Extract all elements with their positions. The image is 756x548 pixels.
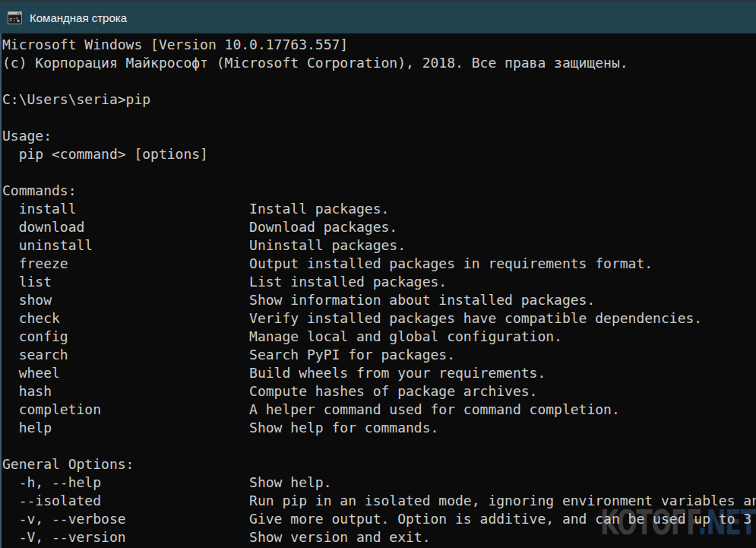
terminal-blank-line <box>2 163 756 182</box>
terminal-line-command-install: install Install packages. <box>2 200 756 218</box>
terminal-line-command-hash: hash Compute hashes of package archives. <box>2 382 756 401</box>
terminal-line-prompt-line: C:\Users\seria>pip <box>2 90 756 109</box>
terminal-line-command-help: help Show help for commands. <box>2 419 756 437</box>
terminal-line-command-check: check Verify installed packages have com… <box>2 309 756 328</box>
terminal-line-command-freeze: freeze Output installed packages in requ… <box>2 255 756 273</box>
terminal-line-command-wheel: wheel Build wheels from your requirement… <box>2 364 756 382</box>
terminal-line-general-options-heading: General Options: <box>2 455 756 474</box>
titlebar[interactable]: c:\ Командная строка <box>0 0 756 33</box>
terminal-line-usage-syntax: pip <command> [options] <box>2 145 756 163</box>
terminal-line-command-list: list List installed packages. <box>2 273 756 291</box>
terminal-blank-line <box>2 109 756 127</box>
terminal-line-command-search: search Search PyPI for packages. <box>2 346 756 364</box>
terminal-blank-line <box>2 437 756 455</box>
terminal-line-command-config: config Manage local and global configura… <box>2 328 756 346</box>
terminal-line-version-line: Microsoft Windows [Version 10.0.17763.55… <box>2 36 756 54</box>
terminal-line-option-h-help: -h, --help Show help. <box>2 474 756 492</box>
terminal-line-usage-heading: Usage: <box>2 127 756 145</box>
terminal-blank-line <box>2 72 756 90</box>
cmd-window: c:\ Командная строка KOTOFF.NET Microsof… <box>0 0 756 548</box>
console-screen[interactable]: KOTOFF.NET Microsoft Windows [Version 10… <box>0 33 756 548</box>
terminal-line-commands-heading: Commands: <box>2 182 756 200</box>
terminal-line-command-download: download Download packages. <box>2 218 756 236</box>
window-title: Командная строка <box>30 11 127 24</box>
terminal-output: Microsoft Windows [Version 10.0.17763.55… <box>2 33 756 546</box>
terminal-line-command-completion: completion A helper command used for com… <box>2 401 756 419</box>
terminal-line-option-isolated: --isolated Run pip in an isolated mode, … <box>2 492 756 510</box>
cmd-prompt-icon[interactable]: c:\ <box>8 11 22 24</box>
terminal-line-option-v-version: -V, --version Show version and exit. <box>2 528 756 546</box>
terminal-line-option-v-verbose: -v, --verbose Give more output. Option i… <box>2 510 756 528</box>
terminal-line-copyright-line: (c) Корпорация Майкрософт (Microsoft Cor… <box>2 54 756 72</box>
terminal-line-command-show: show Show information about installed pa… <box>2 291 756 309</box>
terminal-line-command-uninstall: uninstall Uninstall packages. <box>2 236 756 255</box>
svg-text:c:\: c:\ <box>9 16 20 23</box>
